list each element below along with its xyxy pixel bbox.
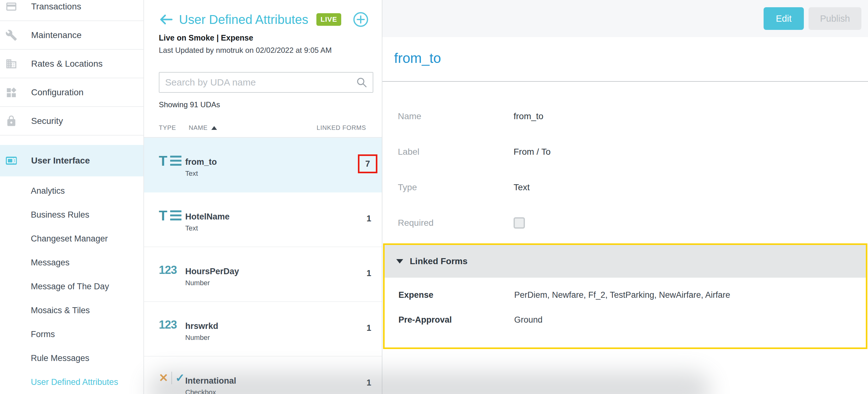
number-icon: 123 [159, 318, 185, 331]
uda-name: HotelName [185, 212, 229, 222]
uda-type: Number [185, 334, 218, 342]
sidebar-subitem-label: Changeset Manager [31, 234, 108, 244]
number-icon: 123 [159, 264, 185, 277]
sidebar-item[interactable]: User Interface [0, 145, 144, 176]
sidebar: Transactions Maintenance Rates & Locatio… [0, 0, 144, 394]
building-icon [6, 59, 17, 68]
sidebar-item-icon [5, 1, 17, 12]
uda-name: from_to [185, 157, 217, 167]
detail-title: from_to [382, 37, 868, 81]
sidebar-subitem-label: Analytics [31, 186, 65, 196]
field-value: from_to [514, 111, 544, 121]
uda-type: Text [185, 170, 217, 178]
sort-asc-icon [211, 126, 217, 130]
required-checkbox[interactable] [514, 217, 525, 229]
sidebar-item[interactable]: Configuration [0, 78, 144, 107]
uda-row[interactable]: T 123 ✕ ✓ from_to Text 7 [144, 138, 382, 192]
sidebar-item[interactable]: Rates & Locations [0, 50, 144, 78]
sidebar-item-label: Maintenance [31, 30, 82, 40]
search-box [159, 72, 373, 93]
search-input[interactable] [165, 77, 356, 88]
linked-forms-body: Expense PerDiem, Newfare, Ff_2, TestPark… [384, 278, 866, 325]
linked-forms-list: Ground [514, 315, 542, 325]
uda-row[interactable]: T 123 ✕ ✓ HoursPerDay Number 1 [144, 247, 382, 302]
uda-type: Number [185, 279, 239, 287]
linked-forms-type: Pre-Approval [399, 315, 514, 325]
table-header: TYPE NAME LINKED FORMS [144, 124, 382, 138]
window-icon [6, 157, 17, 164]
sidebar-subitem-label: User Defined Attributes [31, 377, 118, 387]
text-icon: T [159, 155, 185, 167]
sidebar-item[interactable]: Maintenance [0, 21, 144, 50]
uda-row[interactable]: T 123 ✕ ✓ hrswrkd Number 1 [144, 302, 382, 357]
uda-row[interactable]: T 123 ✕ ✓ International Checkbox 1 [144, 357, 382, 394]
live-badge: LIVE [316, 13, 341, 26]
linked-forms-header[interactable]: Linked Forms [384, 245, 866, 278]
checkbox-icon: ✕ ✓ [159, 372, 185, 384]
detail-toolbar: Edit Publish [382, 0, 868, 37]
caret-down-icon [396, 259, 403, 264]
sidebar-subitem-label: Business Rules [31, 210, 89, 220]
back-arrow-icon[interactable] [159, 13, 173, 26]
sidebar-item-icon [5, 115, 17, 127]
uda-type: Text [185, 224, 229, 232]
sidebar-item-icon [5, 58, 17, 70]
uda-row[interactable]: T 123 ✕ ✓ HotelName Text 1 [144, 192, 382, 247]
linked-forms-type: Expense [399, 290, 514, 300]
sidebar-subitem-label: Forms [31, 330, 55, 339]
sidebar-subitem[interactable]: User Defined Attributes [0, 370, 144, 394]
uda-detail-panel: Edit Publish from_to Name from_to Label … [382, 0, 868, 394]
sidebar-item-icon [5, 155, 17, 166]
edit-button[interactable]: Edit [764, 7, 804, 30]
sidebar-item-icon [5, 87, 17, 98]
field-row: Label From / To [398, 134, 868, 170]
plus-icon[interactable] [353, 12, 369, 27]
uda-name: HoursPerDay [185, 267, 239, 276]
lock-icon [7, 115, 15, 126]
sidebar-subitem[interactable]: Forms [0, 322, 144, 346]
linked-forms-count: 7 [358, 154, 377, 173]
publish-button[interactable]: Publish [809, 7, 861, 30]
sidebar-sub-nav: Analytics Business Rules Changeset Manag… [0, 176, 144, 394]
sidebar-subitem[interactable]: Business Rules [0, 203, 144, 227]
app-root: Transactions Maintenance Rates & Locatio… [0, 0, 868, 394]
sidebar-item[interactable]: Security [0, 107, 144, 135]
sidebar-subitem[interactable]: Analytics [0, 179, 144, 203]
sidebar-subitem[interactable]: Rule Messages [0, 346, 144, 370]
field-row: Name from_to [398, 98, 868, 134]
sidebar-subitem[interactable]: Message of The Day [0, 274, 144, 298]
list-panel-header: User Defined Attributes LIVE [144, 0, 382, 28]
linked-forms-count: 1 [359, 319, 379, 337]
result-count-label: Showing 91 UDAs [159, 100, 367, 109]
column-linked-forms: LINKED FORMS [317, 124, 366, 131]
sidebar-item-label: Configuration [31, 87, 84, 97]
sidebar-subitem[interactable]: Changeset Manager [0, 227, 144, 251]
column-type: TYPE [159, 124, 189, 131]
sidebar-subitem-label: Rule Messages [31, 354, 89, 363]
sidebar-main-nav: Transactions Maintenance Rates & Locatio… [0, 0, 144, 176]
linked-forms-list: PerDiem, Newfare, Ff_2, TestParking, New… [514, 290, 730, 300]
sidebar-subitem-label: Message of The Day [31, 282, 109, 292]
sidebar-subitem[interactable]: Mosaics & Tiles [0, 298, 144, 322]
sidebar-subitem-label: Mosaics & Tiles [31, 306, 90, 315]
uda-type: Checkbox [185, 388, 236, 394]
linked-forms-count: 1 [359, 373, 379, 392]
sidebar-item-label: Rates & Locations [31, 59, 102, 69]
field-value: Text [514, 182, 530, 192]
text-icon: T [159, 209, 185, 222]
wrench-icon [6, 30, 17, 40]
field-label: Type [398, 182, 514, 192]
field-value: From / To [514, 147, 551, 157]
field-row: Required [398, 205, 868, 241]
column-name[interactable]: NAME [189, 124, 217, 131]
sidebar-subitem[interactable]: Messages [0, 251, 144, 274]
uda-name: hrswrkd [185, 321, 218, 331]
credit-card-icon [6, 2, 17, 10]
sidebar-subitem-label: Messages [31, 258, 69, 268]
field-label: Name [398, 111, 514, 121]
field-label: Required [398, 218, 514, 228]
sidebar-item[interactable]: Transactions [0, 0, 144, 21]
sidebar-item-icon [5, 29, 17, 41]
sidebar-item-label: Security [31, 116, 63, 126]
live-environment-label: Live on Smoke | Expense [159, 33, 367, 42]
